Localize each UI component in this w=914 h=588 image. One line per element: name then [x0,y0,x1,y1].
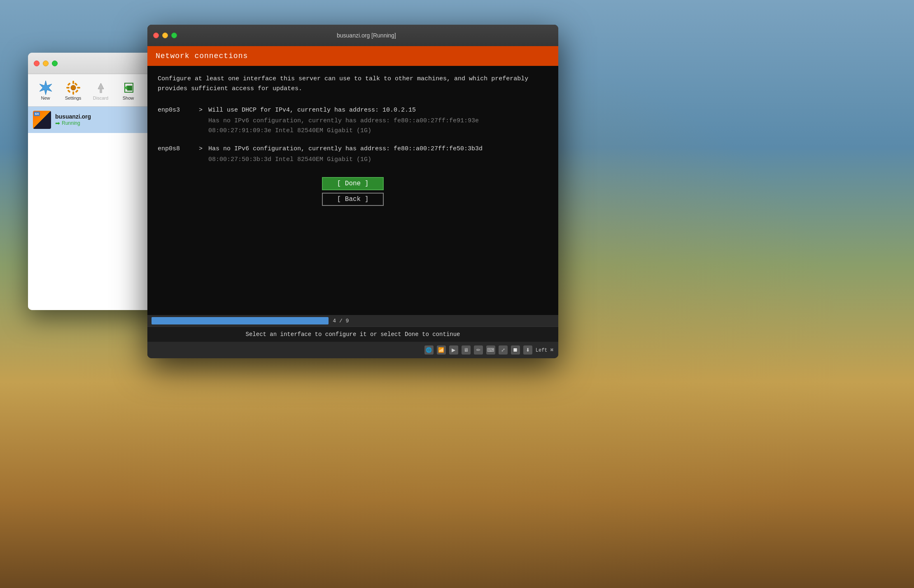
discard-button[interactable]: Discard [87,77,114,103]
new-button[interactable]: New [32,77,59,103]
download-icon[interactable]: ⬇ [523,345,532,355]
close-button[interactable] [34,61,40,66]
terminal-title: busuanzi.org [Running] [180,32,553,39]
done-button[interactable]: [ Done ] [322,177,384,190]
settings-label: Settings [65,96,82,100]
iface-name-enp0s8: enp0s8 [158,144,199,165]
svg-point-1 [71,85,76,90]
terminal-header-text: Network connections [156,52,248,60]
svg-rect-11 [100,89,102,93]
show-button[interactable]: Show [115,77,142,103]
svg-rect-5 [77,87,80,89]
new-label: New [41,96,50,100]
svg-marker-0 [40,81,52,95]
svg-rect-8 [74,82,77,86]
progress-fill [152,317,329,324]
terminal-progress-bar: 4 / 9 [147,315,558,327]
monitor-icon[interactable]: 🖥 [462,345,471,355]
new-icon [38,80,54,96]
discard-icon [93,80,109,96]
terminal-header: Network connections [147,46,558,66]
svg-rect-2 [72,81,74,84]
iface-sub1-enp0s3: Has no IPv6 configuration, currently has… [208,116,548,126]
terminal-footer-text: Select an interface to configure it or s… [246,331,460,338]
iface-main-text-enp0s3: Will use DHCP for IPv4, currently has ad… [208,105,548,115]
back-button[interactable]: [ Back ] [322,193,384,206]
vm-icon: 64 [33,111,51,129]
wifi-icon[interactable]: 📶 [437,345,446,355]
vm-badge: 64 [34,112,40,116]
terminal-footer: Select an interface to configure it or s… [147,327,558,342]
show-icon [121,80,136,96]
show-label: Show [123,96,134,100]
running-arrow-icon: ➡ [55,120,60,126]
svg-rect-4 [66,87,70,89]
interface-row-enp0s3[interactable]: enp0s3 > Will use DHCP for IPv4, current… [158,105,548,136]
statusbar-shortcut: Left ⌘ [536,347,553,353]
terminal-statusbar: 🌐 📶 ▶ 🖥 ✏ ⌨ ⤢ 🔲 ⬇ Left ⌘ [147,342,558,358]
svg-rect-9 [67,89,70,93]
terminal-desc-text: Configure at least one interface this se… [158,75,528,92]
iface-main-text-enp0s8: Has no IPv6 configuration, currently has… [208,144,548,154]
svg-rect-3 [72,91,74,95]
iface-sub2-enp0s3: 08:00:27:91:09:3e Intel 82540EM Gigabit … [208,126,548,136]
iface-arrow-enp0s8: > [199,144,203,165]
terminal-titlebar: busuanzi.org [Running] [147,25,558,46]
maximize-button[interactable] [52,61,58,66]
interface-row-enp0s8[interactable]: enp0s8 > Has no IPv6 configuration, curr… [158,144,548,165]
iface-name-enp0s3: enp0s3 [158,105,199,136]
svg-rect-6 [67,82,70,86]
flag-icon[interactable]: 🔲 [511,345,520,355]
resize-icon[interactable]: ⤢ [499,345,508,355]
iface-details-enp0s8: Has no IPv6 configuration, currently has… [208,144,548,165]
network-icon[interactable]: 🌐 [424,345,434,355]
vm-status-text: Running [62,120,80,126]
done-button-label: [ Done ] [337,180,369,187]
svg-marker-10 [98,83,104,89]
terminal-description: Configure at least one interface this se… [158,74,548,94]
progress-label: 4 / 9 [333,318,349,324]
terminal-buttons: [ Done ] [ Back ] [158,177,548,206]
pencil-icon[interactable]: ✏ [474,345,483,355]
svg-rect-7 [75,89,78,93]
forward-icon[interactable]: ▶ [449,345,458,355]
keyboard-icon[interactable]: ⌨ [486,345,495,355]
iface-sub1-enp0s8: 08:00:27:50:3b:3d Intel 82540EM Gigabit … [208,155,548,165]
terminal-body: Configure at least one interface this se… [147,66,558,315]
back-button-label: [ Back ] [337,196,369,203]
terminal-close-button[interactable] [153,33,159,38]
iface-arrow-enp0s3: > [199,105,203,136]
terminal-minimize-button[interactable] [162,33,168,38]
terminal-maximize-button[interactable] [171,33,177,38]
discard-label: Discard [93,96,108,100]
svg-marker-13 [127,86,132,91]
terminal-window: busuanzi.org [Running] Network connectio… [147,25,558,358]
settings-icon [65,80,81,96]
minimize-button[interactable] [43,61,49,66]
iface-details-enp0s3: Will use DHCP for IPv4, currently has ad… [208,105,548,136]
settings-button[interactable]: Settings [60,77,86,103]
